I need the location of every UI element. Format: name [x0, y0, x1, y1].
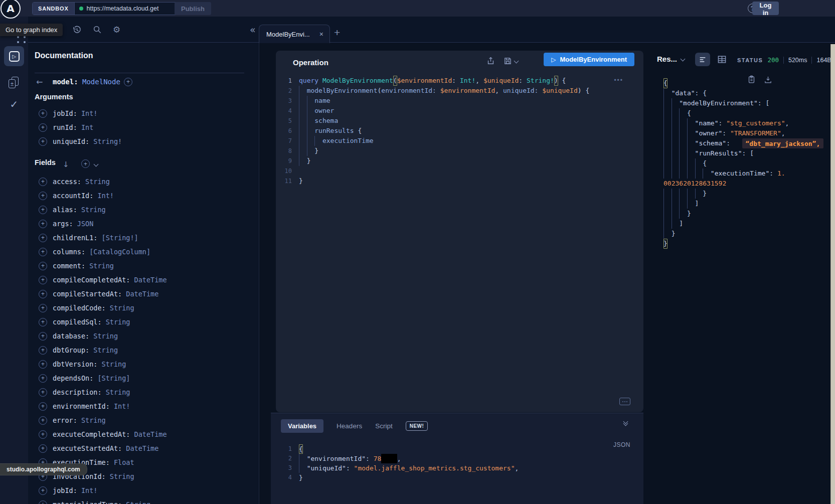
indent-guide [687, 189, 695, 199]
save-options-caret-icon[interactable] [514, 59, 519, 64]
indent-guide [679, 148, 687, 158]
operation-title: Operation [293, 58, 328, 67]
add-field-button[interactable]: + [39, 402, 47, 411]
doc-field-row: +database: String [28, 329, 259, 343]
add-field-button[interactable]: + [39, 220, 47, 228]
add-argument-button[interactable]: + [39, 137, 47, 146]
add-field-button[interactable]: + [39, 388, 47, 397]
publish-button[interactable]: Publish [175, 2, 211, 15]
download-response-icon[interactable] [764, 75, 772, 84]
indent-guide [299, 156, 307, 166]
graph-index-icon[interactable] [17, 36, 28, 43]
indent-guide [299, 136, 307, 146]
code-token [734, 138, 742, 148]
add-argument-button[interactable]: + [39, 123, 47, 132]
code-token: $uniqueId [542, 86, 577, 96]
save-icon[interactable] [504, 57, 512, 65]
tab-operation[interactable]: ModelByEnvi... × [259, 25, 330, 43]
line-number: 4 [280, 106, 292, 116]
code-line: 2"environmentId": 78 , [280, 454, 598, 463]
add-field-button[interactable]: + [39, 346, 47, 355]
add-field-button[interactable]: + [39, 290, 47, 298]
back-arrow-icon[interactable]: ← [36, 77, 43, 87]
table-view-toggle[interactable] [717, 55, 727, 64]
field-signature: executeStartedAt: DateTime [53, 444, 158, 452]
code-token: ] [679, 219, 683, 229]
tab-variables[interactable]: Variables [281, 419, 323, 433]
fields-add-caret-icon[interactable] [94, 162, 99, 167]
sidebar-item-checks[interactable]: ✓ [0, 98, 28, 110]
code-token: , [785, 118, 789, 128]
add-field-button[interactable]: + [39, 360, 47, 369]
add-field-button[interactable]: + [39, 416, 47, 425]
graph-index-tooltip: Go to graph index [0, 24, 63, 36]
add-field-button[interactable]: + [39, 248, 47, 256]
history-icon[interactable] [72, 25, 82, 35]
add-field-button[interactable]: + [39, 276, 47, 284]
add-field-button[interactable]: + [39, 486, 47, 495]
add-field-button[interactable]: + [39, 178, 47, 186]
operation-editor[interactable]: 1query ModelByEnvironment($environmentId… [280, 76, 639, 394]
indent-guide [299, 126, 307, 136]
collapse-panel-icon[interactable] [624, 421, 627, 425]
code-token: : [719, 118, 727, 128]
add-field-button[interactable]: + [39, 374, 47, 383]
indent-guide [679, 118, 687, 128]
code-line: 8} [280, 146, 639, 156]
tab-close-icon[interactable]: × [315, 31, 323, 38]
code-token: : [769, 169, 777, 179]
add-field-button[interactable]: + [39, 304, 47, 312]
add-field-button[interactable]: + [39, 262, 47, 270]
add-field-button[interactable]: + [39, 444, 47, 453]
add-field-button[interactable]: + [39, 192, 47, 200]
endpoint-url-field[interactable]: https://metadata.cloud.get [75, 3, 178, 15]
align-left-icon [699, 56, 707, 64]
indent-guide [687, 128, 695, 138]
indent-guide [307, 136, 315, 146]
sort-fields-icon[interactable]: ↓ [63, 160, 69, 169]
code-token: } [672, 229, 676, 239]
copy-response-clipboard-icon[interactable] [747, 75, 756, 84]
response-header: Res... STATUS 200 520ms 164B [650, 50, 830, 70]
add-field-button[interactable]: + [39, 234, 47, 242]
response-body[interactable]: {"data": {"modelByEnvironment": [{"name"… [663, 78, 829, 249]
response-caret-icon[interactable] [681, 57, 686, 62]
run-play-icon: ▷ [551, 56, 556, 63]
code-token: { [703, 158, 707, 169]
window-scrollbar[interactable] [830, 44, 835, 504]
variables-editor[interactable]: 1{2"environmentId": 78 ,3"uniqueId": "mo… [280, 444, 598, 482]
doc-field-row: +access: String [28, 175, 259, 189]
add-field-button[interactable]: + [39, 206, 47, 214]
add-type-button[interactable]: + [124, 78, 132, 86]
add-field-button[interactable]: + [39, 500, 47, 504]
keyboard-shortcuts-icon[interactable] [619, 398, 630, 405]
tab-script[interactable]: Script [375, 422, 393, 430]
field-signature: compileCompletedAt: DateTime [53, 276, 167, 284]
format-view-toggle[interactable] [695, 53, 710, 66]
run-operation-button[interactable]: ▷ ModelByEnvironment [544, 53, 634, 66]
code-line: 4owner [280, 106, 639, 116]
sidebar-item-explorer[interactable]: ▷ [4, 46, 24, 66]
sidebar-item-changelog[interactable]: ± [0, 77, 28, 89]
indent-guide [299, 463, 307, 473]
add-field-button[interactable]: + [39, 332, 47, 341]
tab-headers[interactable]: Headers [337, 422, 362, 430]
add-argument-button[interactable]: + [39, 109, 47, 118]
doc-field-row: +dbtVersion: String [28, 357, 259, 371]
line-number: 3 [280, 96, 292, 106]
code-token: String! [527, 76, 554, 86]
arguments-heading: Arguments [35, 93, 73, 101]
collapse-sidebar-icon[interactable]: « [250, 17, 256, 43]
search-icon[interactable] [93, 25, 102, 34]
explorer-settings-gear-icon[interactable]: ⚙ [113, 26, 120, 34]
add-field-button[interactable]: + [39, 318, 47, 326]
new-tab-button[interactable]: + [334, 27, 340, 39]
code-line: } [663, 229, 829, 239]
add-all-fields-button[interactable]: + [81, 159, 90, 168]
share-icon[interactable] [486, 57, 495, 65]
add-field-button[interactable]: + [39, 430, 47, 439]
indent-guide [679, 209, 687, 219]
doc-field-row: +columns: [CatalogColumn] [28, 245, 259, 259]
login-button[interactable]: Log in [752, 2, 779, 15]
indent-guide [663, 158, 672, 169]
